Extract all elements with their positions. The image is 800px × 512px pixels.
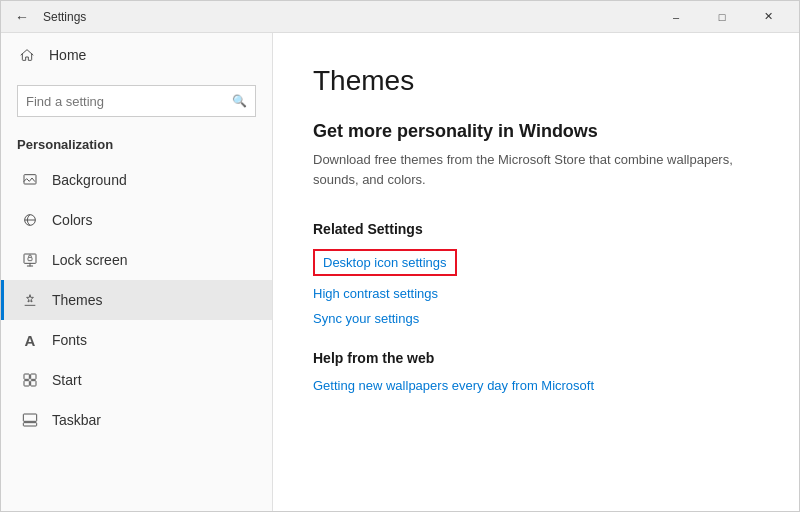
- get-more-title: Get more personality in Windows: [313, 121, 759, 142]
- settings-window: ← Settings – □ ✕: [0, 0, 800, 512]
- start-icon: [20, 370, 40, 390]
- home-icon: [17, 45, 37, 65]
- sidebar-search-box[interactable]: 🔍: [17, 85, 256, 117]
- help-web-section: Help from the web Getting new wallpapers…: [313, 350, 759, 393]
- themes-icon: [20, 290, 40, 310]
- colors-icon: [20, 210, 40, 230]
- svg-rect-4: [24, 374, 29, 379]
- window-controls: – □ ✕: [653, 1, 791, 33]
- sidebar-item-themes[interactable]: Themes: [1, 280, 272, 320]
- get-more-section: Get more personality in Windows Download…: [313, 121, 759, 189]
- lock-screen-label: Lock screen: [52, 252, 127, 268]
- main-content: Themes Get more personality in Windows D…: [273, 33, 799, 511]
- svg-rect-5: [31, 374, 36, 379]
- page-title: Themes: [313, 65, 759, 97]
- maximize-icon: □: [719, 11, 726, 23]
- high-contrast-settings-link[interactable]: High contrast settings: [313, 286, 759, 301]
- search-icon: 🔍: [232, 94, 247, 108]
- getting-wallpapers-link[interactable]: Getting new wallpapers every day from Mi…: [313, 378, 759, 393]
- help-web-title: Help from the web: [313, 350, 759, 366]
- related-settings-section: Related Settings Desktop icon settings H…: [313, 221, 759, 326]
- search-input[interactable]: [26, 94, 232, 109]
- start-label: Start: [52, 372, 82, 388]
- svg-rect-6: [24, 381, 29, 386]
- taskbar-icon: [20, 410, 40, 430]
- minimize-button[interactable]: –: [653, 1, 699, 33]
- lock-screen-icon: [20, 250, 40, 270]
- sidebar-item-start[interactable]: Start: [1, 360, 272, 400]
- back-button[interactable]: ←: [9, 5, 35, 29]
- taskbar-label: Taskbar: [52, 412, 101, 428]
- sidebar-item-lock-screen[interactable]: Lock screen: [1, 240, 272, 280]
- window-body: Home 🔍 Personalization Background: [1, 33, 799, 511]
- close-button[interactable]: ✕: [745, 1, 791, 33]
- sidebar-section-label: Personalization: [1, 125, 272, 160]
- maximize-button[interactable]: □: [699, 1, 745, 33]
- svg-rect-7: [31, 381, 36, 386]
- background-label: Background: [52, 172, 127, 188]
- background-icon: [20, 170, 40, 190]
- fonts-label: Fonts: [52, 332, 87, 348]
- svg-rect-9: [23, 414, 36, 421]
- get-more-desc: Download free themes from the Microsoft …: [313, 150, 759, 189]
- minimize-icon: –: [673, 11, 679, 23]
- sidebar-home-item[interactable]: Home: [1, 33, 272, 77]
- sidebar-item-background[interactable]: Background: [1, 160, 272, 200]
- close-icon: ✕: [764, 10, 773, 23]
- colors-label: Colors: [52, 212, 92, 228]
- sidebar: Home 🔍 Personalization Background: [1, 33, 273, 511]
- svg-rect-3: [28, 257, 32, 260]
- title-bar: ← Settings – □ ✕: [1, 1, 799, 33]
- sidebar-item-colors[interactable]: Colors: [1, 200, 272, 240]
- desktop-icon-settings-link[interactable]: Desktop icon settings: [313, 249, 457, 276]
- fonts-icon: A: [20, 330, 40, 350]
- themes-label: Themes: [52, 292, 103, 308]
- home-label: Home: [49, 47, 86, 63]
- svg-rect-8: [23, 423, 36, 426]
- related-settings-title: Related Settings: [313, 221, 759, 237]
- sidebar-item-taskbar[interactable]: Taskbar: [1, 400, 272, 440]
- window-title: Settings: [43, 10, 86, 24]
- sync-settings-link[interactable]: Sync your settings: [313, 311, 759, 326]
- sidebar-item-fonts[interactable]: A Fonts: [1, 320, 272, 360]
- title-bar-left: ← Settings: [9, 5, 86, 29]
